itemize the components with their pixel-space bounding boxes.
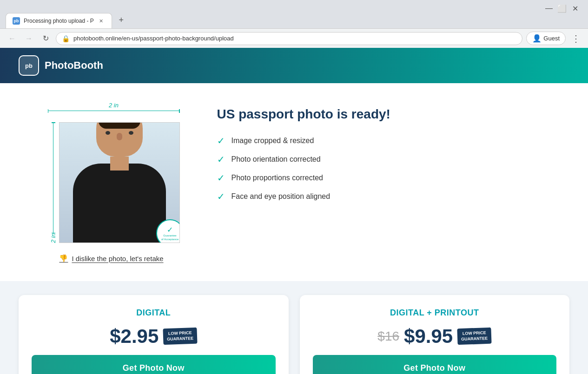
get-photo-printout-button[interactable]: Get Photo Now [313, 355, 557, 374]
digital-low-price-badge: LOW PRICE GUARANTEE [163, 328, 198, 345]
person-hair [99, 122, 140, 129]
side-dimension-line [53, 122, 54, 233]
guarantee-check-icon: ✓ [167, 225, 173, 234]
checklist-item-4: ✓ Face and eye position aligned [217, 191, 555, 202]
digital-card: DIGITAL $2.95 LOW PRICE GUARANTEE Get Ph… [19, 295, 289, 374]
top-dimension-line [48, 111, 180, 111]
minimize-button[interactable]: — [545, 5, 553, 12]
browser-menu-button[interactable]: ⋮ [569, 33, 582, 44]
digital-printout-price: $9.95 [404, 325, 453, 348]
maximize-button[interactable]: ⬜ [558, 5, 566, 12]
checklist-label-2: Photo orientation corrected [231, 155, 321, 164]
refresh-button[interactable]: ↻ [39, 32, 52, 45]
logo-icon: pb [19, 55, 39, 76]
close-button[interactable]: ✕ [571, 5, 579, 12]
back-button[interactable]: ← [6, 32, 19, 45]
person-body [73, 164, 166, 243]
digital-price: $2.95 [110, 325, 159, 348]
logo-container: pb PhotoBooth [19, 55, 103, 76]
checklist-item-1: ✓ Image cropped & resized [217, 135, 555, 146]
check-icon-3: ✓ [217, 172, 225, 184]
profile-button[interactable]: 👤 Guest [526, 32, 566, 45]
retake-label: I dislike the photo, let's retake [72, 255, 163, 262]
digital-printout-card: DIGITAL + PRINTOUT $16 $9.95 LOW PRICE G… [300, 295, 570, 374]
browser-toolbar: ← → ↻ 🔒 photobooth.online/en-us/passport… [0, 28, 588, 48]
passport-photo: ✓ Guarantee of Acceptance [59, 122, 180, 243]
browser-tab-bar: — ⬜ ✕ pb Processing photo upload - P ✕ + [0, 0, 588, 28]
digital-price-row: $2.95 LOW PRICE GUARANTEE [110, 325, 197, 348]
top-dimension-label: 2 in [109, 102, 119, 109]
address-text: photobooth.online/en-us/passport-photo-b… [73, 35, 234, 42]
digital-printout-price-row: $16 $9.95 LOW PRICE GUARANTEE [377, 325, 491, 348]
page-content: pb PhotoBooth 2 in 2 in [0, 48, 588, 374]
address-security-icon: 🔒 [62, 35, 70, 42]
ready-title: US passport photo is ready! [217, 106, 555, 122]
digital-card-title: DIGITAL [136, 308, 171, 318]
profile-label: Guest [543, 35, 560, 42]
checklist-item-3: ✓ Photo proportions corrected [217, 172, 555, 184]
side-dimension: 2 in [48, 122, 59, 243]
forward-button[interactable]: → [22, 32, 35, 45]
site-header: pb PhotoBooth [0, 48, 588, 83]
browser-frame: — ⬜ ✕ pb Processing photo upload - P ✕ +… [0, 0, 588, 48]
new-tab-button[interactable]: + [115, 13, 128, 26]
photo-frame-container: 2 in 2 in [34, 102, 189, 243]
check-icon-4: ✓ [217, 191, 225, 202]
pricing-cards: DIGITAL $2.95 LOW PRICE GUARANTEE Get Ph… [19, 295, 569, 374]
logo-text: PhotoBooth [45, 59, 103, 72]
person-neck [110, 157, 129, 171]
digital-printout-price-old: $16 [377, 329, 399, 344]
photo-section: 2 in 2 in [34, 102, 189, 262]
get-photo-digital-button[interactable]: Get Photo Now [32, 355, 276, 374]
pricing-section: DIGITAL $2.95 LOW PRICE GUARANTEE Get Ph… [0, 281, 588, 374]
tab-title: Processing photo upload - P [24, 18, 94, 24]
digital-printout-card-title: DIGITAL + PRINTOUT [390, 308, 479, 318]
address-bar[interactable]: 🔒 photobooth.online/en-us/passport-photo… [56, 32, 522, 45]
person-eye-left [106, 131, 110, 135]
guarantee-top-text: Guarantee [163, 234, 176, 237]
checklist: ✓ Image cropped & resized ✓ Photo orient… [217, 135, 555, 202]
retake-link[interactable]: 👎 I dislike the photo, let's retake [59, 254, 163, 262]
top-dimension: 2 in [48, 102, 180, 111]
badge-line2-digital: GUARANTEE [167, 336, 193, 342]
checklist-label-4: Face and eye position aligned [231, 192, 330, 201]
person-head [96, 122, 143, 157]
person-eye-right [129, 131, 133, 135]
thumbs-down-icon: 👎 [59, 254, 68, 262]
photo-with-side: 2 in [48, 122, 180, 243]
active-tab[interactable]: pb Processing photo upload - P ✕ [6, 13, 112, 28]
info-section: US passport photo is ready! ✓ Image crop… [217, 102, 555, 202]
badge-line2-printout: GUARANTEE [461, 336, 488, 342]
main-content: 2 in 2 in [15, 83, 573, 281]
person-nose [117, 133, 122, 140]
profile-icon: 👤 [532, 34, 542, 43]
digital-printout-low-price-badge: LOW PRICE GUARANTEE [457, 328, 492, 345]
tab-favicon: pb [13, 17, 20, 25]
guarantee-bottom-text: of Acceptance [161, 238, 179, 241]
checklist-label-3: Photo proportions corrected [231, 174, 323, 182]
side-dimension-label: 2 in [50, 233, 57, 243]
checklist-item-2: ✓ Photo orientation corrected [217, 154, 555, 165]
check-icon-1: ✓ [217, 135, 225, 146]
checklist-label-1: Image cropped & resized [231, 137, 314, 145]
tab-close-button[interactable]: ✕ [98, 17, 105, 25]
check-icon-2: ✓ [217, 154, 225, 165]
